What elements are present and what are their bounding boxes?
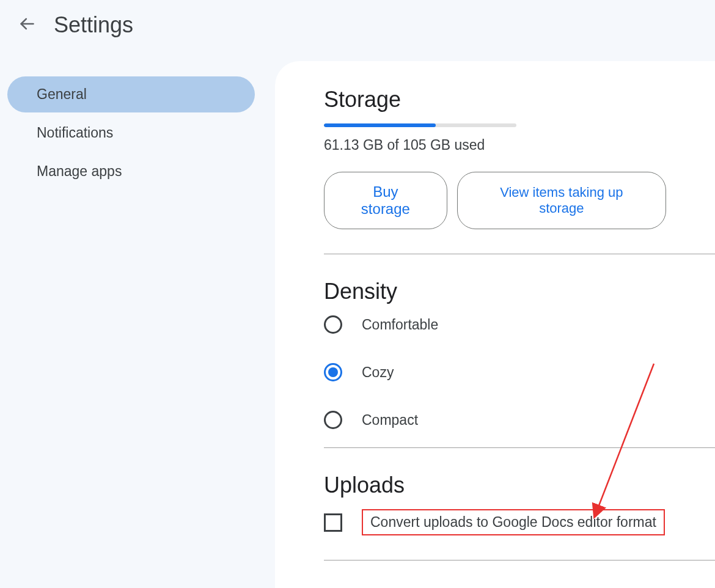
storage-title: Storage — [324, 87, 666, 112]
buy-storage-button[interactable]: Buy storage — [324, 172, 447, 229]
density-options: Comfortable Cozy Compact — [324, 315, 666, 429]
density-option-compact[interactable]: Compact — [324, 411, 666, 429]
header: Settings — [0, 0, 715, 50]
divider — [324, 254, 715, 254]
radio-icon — [324, 363, 342, 381]
radio-icon — [324, 315, 342, 334]
uploads-convert-option[interactable]: Convert uploads to Google Docs editor fo… — [324, 509, 666, 535]
radio-selected-dot — [328, 367, 338, 377]
divider — [324, 560, 715, 560]
annotation-highlight-box: Convert uploads to Google Docs editor fo… — [362, 509, 665, 535]
density-title: Density — [324, 279, 666, 304]
density-option-comfortable[interactable]: Comfortable — [324, 315, 666, 334]
back-arrow-icon[interactable] — [18, 15, 35, 35]
main-panel: Storage 61.13 GB of 105 GB used Buy stor… — [275, 61, 715, 588]
uploads-title: Uploads — [324, 472, 666, 498]
radio-label: Compact — [362, 412, 418, 428]
storage-buttons: Buy storage View items taking up storage — [324, 172, 666, 229]
storage-progress-fill — [324, 123, 436, 127]
sidebar-item-label: General — [37, 86, 87, 102]
sidebar-item-notifications[interactable]: Notifications — [7, 115, 255, 151]
sidebar-item-label: Manage apps — [37, 163, 122, 179]
view-storage-button[interactable]: View items taking up storage — [457, 172, 666, 229]
sidebar-item-general[interactable]: General — [7, 76, 255, 112]
checkbox-label: Convert uploads to Google Docs editor fo… — [370, 514, 656, 530]
page-title: Settings — [54, 12, 133, 38]
checkbox-icon — [324, 513, 342, 532]
sidebar-item-manage-apps[interactable]: Manage apps — [7, 153, 255, 189]
radio-label: Cozy — [362, 364, 394, 381]
density-option-cozy[interactable]: Cozy — [324, 363, 666, 381]
storage-used-text: 61.13 GB of 105 GB used — [324, 137, 666, 153]
storage-progress-bar — [324, 123, 516, 127]
radio-label: Comfortable — [362, 317, 438, 333]
divider — [324, 447, 715, 448]
radio-icon — [324, 411, 342, 429]
sidebar-item-label: Notifications — [37, 125, 113, 141]
sidebar: General Notifications Manage apps — [7, 76, 255, 192]
